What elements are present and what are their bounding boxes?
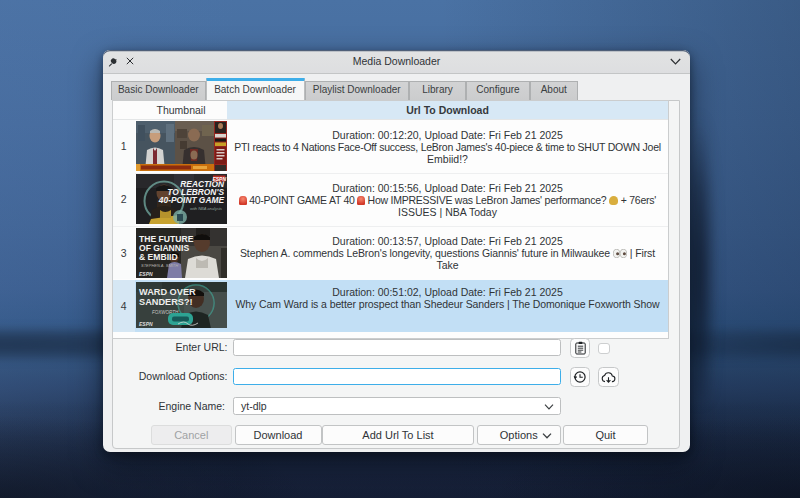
svg-text:WARD OVER: WARD OVER — [139, 287, 196, 297]
svg-text:ESPN: ESPN — [139, 271, 153, 277]
svg-text:ESPN: ESPN — [139, 321, 153, 327]
svg-text:SANDERS?!: SANDERS?! — [139, 297, 193, 307]
svg-text:STEPHEN A. SMITH: STEPHEN A. SMITH — [141, 263, 178, 268]
svg-text:40-POINT GAME: 40-POINT GAME — [157, 195, 224, 205]
svg-text:& EMBIID: & EMBIID — [139, 252, 178, 262]
svg-text:ESPN: ESPN — [212, 176, 226, 182]
svg-text:with NBA analysts: with NBA analysts — [189, 206, 221, 211]
